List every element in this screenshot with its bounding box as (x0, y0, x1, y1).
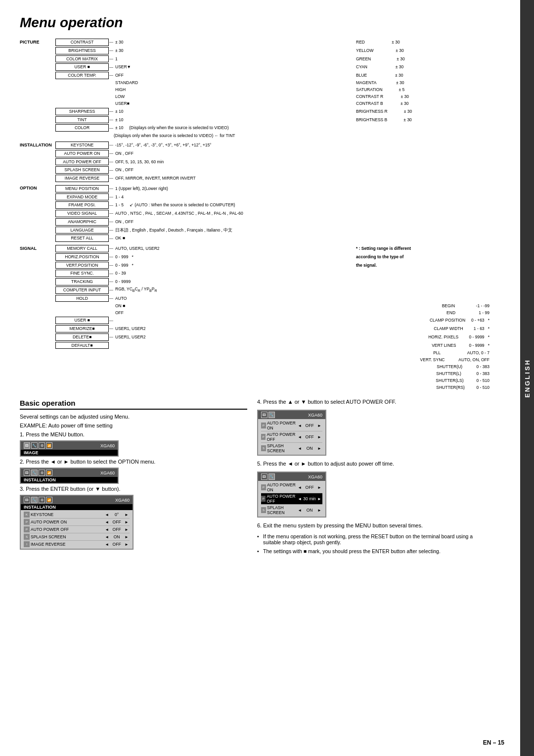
val-green: GREEN ± 30 (351, 56, 490, 62)
val-shutterrs: SHUTTER(RS) 0 - 510 (434, 384, 490, 391)
diagram-row-autopoweron: AUTO POWER ON — ON , OFF (20, 149, 490, 158)
val-finesync: 0 - 39 (114, 270, 490, 277)
val-shutterls: SHUTTER(LS) 0 - 510 (433, 378, 490, 384)
english-sidebar: ENGLISH (520, 0, 534, 756)
diagram-row-user-block: USER■ CONTRAST B ± 30 (20, 100, 490, 107)
icon-s5s1r1: P (261, 484, 266, 490)
bullet1: If the menu operation is not working, pr… (257, 533, 485, 545)
item-autopoweron: AUTO POWER ON (55, 150, 109, 157)
val-brightnessr: BRIGHTNESS R ± 30 (351, 108, 490, 115)
val-standard: STANDARD (114, 80, 351, 86)
item-memorycall: MEMORY CALL (55, 245, 109, 252)
icon-apo-on: P (24, 519, 30, 525)
icon-sig3: 📶 (46, 497, 52, 503)
val-hold-on: ON ■ (114, 303, 440, 309)
diagram-row-splashscreen: SPLASH SCREEN — ON , OFF (20, 166, 490, 174)
icon-s4-1: 🖼 (261, 412, 267, 418)
item-hold: HOLD (55, 295, 109, 302)
item-default: DEFAULT■ (55, 342, 109, 349)
val-memorize: USER1, USER2 (114, 326, 431, 332)
item-color: COLOR (55, 124, 109, 132)
icon-s5-1: 🖼 (261, 473, 267, 480)
diagram-row-menuposition: OPTION MENU POSITION — 1 (Upper left), 2… (20, 185, 490, 193)
val-begin: BEGIN -1 - -99 (440, 303, 490, 309)
item-expandmode: EXPAND MODE (55, 193, 109, 201)
step2-screen-header: 🖼 🔧 ⚙ 📶 XGA60 (21, 469, 118, 477)
val-red: RED ± 30 (351, 39, 490, 46)
item-colormatrix: COLOR MATRIX (55, 55, 109, 63)
step1-screen: 🖼 🔧 ⚙ 📶 XGA60 IMAGE (20, 440, 119, 457)
cat-picture: PICTURE (20, 39, 55, 46)
val-tint: ± 10 (114, 117, 351, 123)
step1-xga-label: XGA60 (100, 443, 115, 448)
icon-sig2: 📶 (46, 470, 52, 476)
cat-installation: INSTALLATION (20, 142, 55, 149)
item-imagereverse: IMAGE REVERSE (55, 175, 109, 182)
s4s1-header: 🖼 🔧 XGA60 (258, 411, 325, 419)
item-tracking: TRACKING (55, 278, 109, 285)
diagram-row-color: COLOR — ± 10 (Displays only when the sou… (20, 124, 490, 132)
s4s1-row1: P AUTO POWER ON ◄ OFF ► (261, 420, 322, 431)
icon-imgrev: I (24, 541, 30, 547)
page: ENGLISH Menu operation PICTURE CONTRAST … (0, 0, 534, 756)
step5-text: 5. Press the ◄ or ► button to adjust aut… (257, 461, 485, 467)
diagram-row-horizpos: HORIZ.POSITION — 0 - 999 * according to … (20, 253, 490, 261)
val-vertpos: 0 - 999 * (114, 262, 351, 269)
item-computerinput: COMPUTER INPUT (55, 286, 109, 294)
val-blue: BLUE ± 30 (351, 72, 490, 79)
item-memorize: MEMORIZE■ (55, 325, 109, 332)
basic-right: 4. Press the ▲ or ▼ button to select AUT… (257, 399, 485, 557)
icon-sig: 📶 (46, 442, 52, 449)
val-vertsync: VERT. SYNC AUTO, ON, OFF (418, 357, 490, 363)
setting-note3: the signal. (351, 262, 490, 269)
icon-img3: 🖼 (24, 497, 30, 503)
val-brightnessb: BRIGHTNESS B ± 30 (351, 117, 490, 123)
val-tracking: 0 - 9999 (114, 279, 490, 285)
icon-img2: 🖼 (24, 470, 30, 476)
val-off: OFF (114, 72, 351, 79)
diagram-row-shutteru: SHUTTER(U) 0 - 383 (20, 363, 490, 370)
item-contrast: CONTRAST (55, 39, 109, 46)
step5-screens: 🖼 🔧 XGA60 P AUTO POWER ON ◄ OFF ► (257, 470, 485, 520)
val-imagereverse: OFF, MIRROR, INVERT, MIRROR INVERT (114, 175, 490, 182)
val-shutterl: SHUTTER(L) 0 - 383 (434, 371, 490, 377)
menu-diagram: PICTURE CONTRAST — ± 30 RED ± 30 BRIGHTN… (20, 38, 490, 391)
setting-note: * : Setting range is different (351, 245, 490, 252)
diagram-row-shutterrs: SHUTTER(RS) 0 - 510 (20, 384, 490, 391)
val-keystone: -15°, -12°, -9°, -6°, -3°, 0°, +3°, +6°,… (114, 142, 490, 148)
diagram-row-shutterls: SHUTTER(LS) 0 - 510 (20, 377, 490, 384)
step3-row-splash: S SPLASH SCREEN ◄ ON ► (24, 533, 130, 541)
s5s1-row3: S SPLASH SCREEN ◄ ON ► (261, 505, 322, 516)
page-title: Menu operation (20, 15, 514, 31)
item-language: LANGUAGE (55, 227, 109, 234)
step3-xga-label: XGA60 (115, 498, 130, 503)
val-cyan: CYAN ± 30 (351, 64, 490, 70)
step3-screen: 🖼 🔧 ⚙ 📶 XGA60 INSTALLATION K KEYSTONE ◄ … (20, 495, 134, 550)
step3-text: 3. Press the ENTER button (or ▼ button). (20, 486, 247, 492)
icon-s5-2: 🔧 (268, 473, 275, 480)
setting-note2: according to the type of (351, 254, 490, 260)
diagram-row-computerinput: COMPUTER INPUT — RGB, YCBCR / YPBPR (20, 286, 490, 294)
icon-keystone: K (24, 512, 30, 518)
bullets-section: If the menu operation is not working, pr… (257, 533, 485, 554)
val-colormatrix1: 1 (114, 56, 351, 62)
step3-row-imgrev: I IMAGE REVERSE ◄ OFF ► (24, 541, 130, 548)
icon-splash: S (24, 534, 30, 540)
val-horizpixels: HORIZ. PIXELS 0 - 9999 * (426, 334, 490, 340)
basic-intro: Several settings can be adjusted using M… (20, 414, 247, 420)
item-autopoweroff: AUTO POWER OFF (55, 158, 109, 166)
item-sharpness: SHARPNESS (55, 108, 109, 115)
page-number: EN – 15 (483, 739, 504, 746)
diagram-row-hold-on: ON ■ BEGIN -1 - -99 (20, 302, 490, 309)
val-hold-off: OFF (114, 310, 444, 316)
diagram-row-colortemp: COLOR TEMP. — OFF BLUE ± 30 (20, 71, 490, 80)
step2-tab-label: INSTALLATION (21, 477, 118, 483)
cat-signal: SIGNAL (20, 245, 55, 252)
s5s1-row1: P AUTO POWER ON ◄ OFF ► (261, 482, 322, 493)
item-tint: TINT (55, 116, 109, 124)
val-high: HIGH (114, 87, 351, 93)
icon-s5s1r2: P (261, 496, 266, 502)
step1-screen-header: 🖼 🔧 ⚙ 📶 XGA60 (21, 441, 118, 450)
diagram-row-expandmode: EXPAND MODE — 1 - 4 (20, 193, 490, 201)
step4-text: 4. Press the ▲ or ▼ button to select AUT… (257, 399, 485, 405)
